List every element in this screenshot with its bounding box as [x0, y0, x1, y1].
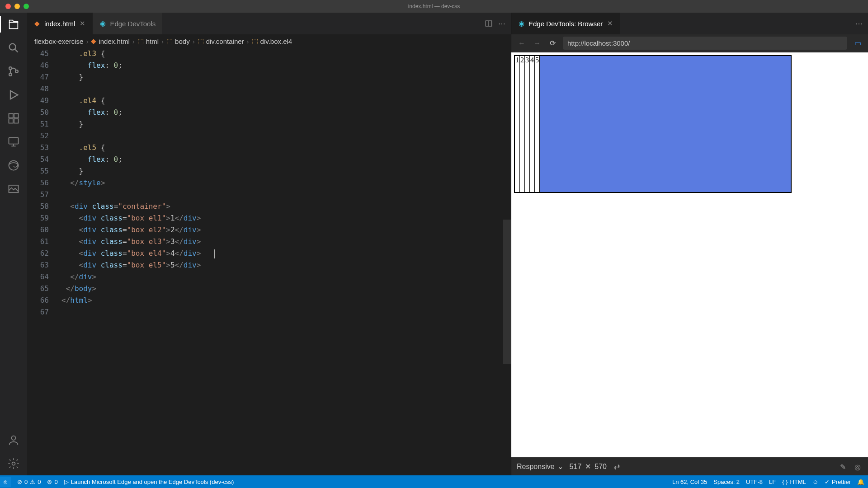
breadcrumb-box-el4[interactable]: ⬚div.box.el4: [252, 37, 292, 45]
encoding[interactable]: UTF-8: [746, 479, 763, 485]
split-editor-icon[interactable]: [485, 19, 493, 28]
remote-indicator[interactable]: ⎋: [0, 477, 11, 487]
svg-rect-5: [9, 114, 13, 118]
search-icon[interactable]: [7, 42, 20, 54]
svg-point-4: [15, 70, 18, 73]
traffic-lights: [0, 4, 29, 9]
problems-indicator[interactable]: ⊘0 ⚠0: [17, 479, 41, 485]
chevron-right-icon: ›: [193, 38, 195, 45]
more-actions-icon[interactable]: ⋯: [498, 19, 505, 28]
tab-label: Edge DevTools: [110, 20, 156, 28]
browser-toolbar: ← → ⟳ ▭: [511, 34, 868, 52]
debug-icon: ▷: [64, 479, 69, 485]
titlebar: index.html — dev-css: [0, 0, 868, 13]
code-editor[interactable]: 4546474849505152535455565758596061626364…: [27, 48, 511, 475]
viewport-dimensions: 517 ✕ 570 ⇄: [570, 462, 620, 471]
svg-rect-7: [9, 119, 13, 123]
box-el4: 4: [530, 56, 535, 192]
more-actions-icon[interactable]: ⋯: [855, 19, 863, 28]
svg-point-2: [9, 67, 12, 70]
indentation[interactable]: Spaces: 2: [713, 479, 740, 485]
close-window-button[interactable]: [5, 4, 11, 9]
image-assets-icon[interactable]: [7, 183, 20, 195]
code-content[interactable]: .el3 { flex: 0; } .el4 { flex: 0; } .el5…: [59, 48, 511, 475]
chevron-right-icon: ›: [247, 38, 249, 45]
devtools-panel: ◉ Edge DevTools: Browser ✕ ⋯ ← → ⟳ ▭ 1 2…: [511, 13, 868, 475]
magic-wand-icon[interactable]: ✎: [840, 463, 848, 471]
tab-bar: ◆ index.html ✕ ◉ Edge DevTools ⋯: [27, 13, 511, 34]
source-control-icon[interactable]: [7, 65, 20, 78]
notifications-icon[interactable]: 🔔: [857, 479, 864, 485]
cursor-position[interactable]: Ln 62, Col 35: [672, 479, 707, 485]
chevron-right-icon: ›: [86, 38, 88, 45]
device-selector[interactable]: Responsive ⌄: [517, 462, 563, 471]
flex-remaining-space: [540, 56, 791, 192]
breadcrumb-body[interactable]: ⬚body: [166, 37, 190, 45]
box-el2: 2: [520, 56, 525, 192]
status-bar: ⎋ ⊘0 ⚠0 ⊚0 ▷Launch Microsoft Edge and op…: [0, 475, 868, 488]
breadcrumb-file[interactable]: ◆index.html: [91, 37, 129, 45]
remote-explorer-icon[interactable]: [7, 136, 20, 148]
times-icon: ✕: [585, 462, 591, 471]
launch-edge-button[interactable]: ▷Launch Microsoft Edge and open the Edge…: [64, 479, 234, 485]
viewport-height[interactable]: 570: [594, 463, 607, 471]
maximize-window-button[interactable]: [24, 4, 29, 9]
close-icon[interactable]: ✕: [606, 20, 613, 27]
braces-icon: { }: [782, 479, 788, 485]
svg-point-3: [9, 73, 12, 76]
minimap-thumb[interactable]: [503, 220, 511, 364]
window-title: index.html — dev-css: [408, 3, 460, 9]
tab-index-html[interactable]: ◆ index.html ✕: [27, 13, 93, 34]
activity-bar: [0, 13, 27, 475]
edge-icon: ◉: [518, 20, 525, 27]
rotate-icon[interactable]: ⇄: [614, 462, 620, 471]
forward-icon[interactable]: →: [532, 38, 542, 48]
edge-icon: ◉: [99, 20, 106, 27]
explorer-icon[interactable]: [7, 18, 20, 31]
svg-point-1: [9, 44, 16, 50]
edge-tools-icon[interactable]: [7, 159, 20, 172]
box-el3: 3: [525, 56, 530, 192]
tab-edge-devtools[interactable]: ◉ Edge DevTools: [93, 13, 162, 34]
box-el5: 5: [535, 56, 540, 192]
extensions-icon[interactable]: [7, 112, 20, 125]
eol[interactable]: LF: [769, 479, 776, 485]
line-number-gutter: 4546474849505152535455565758596061626364…: [27, 48, 59, 475]
error-icon: ⊘: [17, 479, 22, 485]
breadcrumb[interactable]: flexbox-exercise › ◆index.html › ⬚html ›…: [27, 34, 511, 48]
broadcast-icon: ⊚: [47, 479, 52, 485]
minimize-window-button[interactable]: [14, 4, 20, 9]
breadcrumb-container[interactable]: ⬚div.container: [198, 37, 244, 45]
account-icon[interactable]: [7, 434, 20, 446]
language-mode[interactable]: { }HTML: [782, 479, 806, 485]
prettier[interactable]: ✓Prettier: [825, 479, 851, 485]
viewport-width[interactable]: 517: [570, 463, 582, 471]
devtools-tab-bar: ◉ Edge DevTools: Browser ✕ ⋯: [511, 13, 868, 34]
preview-container: 1 2 3 4 5: [514, 55, 792, 193]
svg-rect-8: [14, 119, 18, 123]
ports-indicator[interactable]: ⊚0: [47, 479, 57, 485]
svg-point-12: [11, 436, 15, 440]
reload-icon[interactable]: ⟳: [547, 38, 557, 48]
browser-preview[interactable]: 1 2 3 4 5: [511, 52, 868, 457]
copilot-icon[interactable]: ☺: [812, 479, 818, 485]
svg-rect-9: [9, 138, 19, 144]
target-icon[interactable]: ◎: [854, 463, 863, 471]
minimap[interactable]: [503, 48, 511, 475]
svg-rect-6: [14, 114, 18, 118]
tab-devtools-browser[interactable]: ◉ Edge DevTools: Browser ✕: [511, 13, 620, 34]
back-icon[interactable]: ←: [517, 38, 527, 48]
close-icon[interactable]: ✕: [79, 20, 86, 27]
url-input[interactable]: [563, 37, 847, 50]
device-toggle-icon[interactable]: ▭: [853, 38, 863, 48]
tabbar-actions: ⋯: [855, 13, 868, 34]
chevron-right-icon: ›: [132, 38, 135, 45]
svg-rect-0: [9, 22, 18, 28]
run-debug-icon[interactable]: [7, 89, 20, 101]
box-el1: 1: [515, 56, 520, 192]
settings-gear-icon[interactable]: [7, 457, 20, 470]
breadcrumb-folder[interactable]: flexbox-exercise: [34, 38, 83, 45]
breadcrumb-html[interactable]: ⬚html: [137, 37, 159, 45]
svg-point-10: [9, 161, 19, 170]
remote-icon: ⎋: [4, 479, 7, 485]
